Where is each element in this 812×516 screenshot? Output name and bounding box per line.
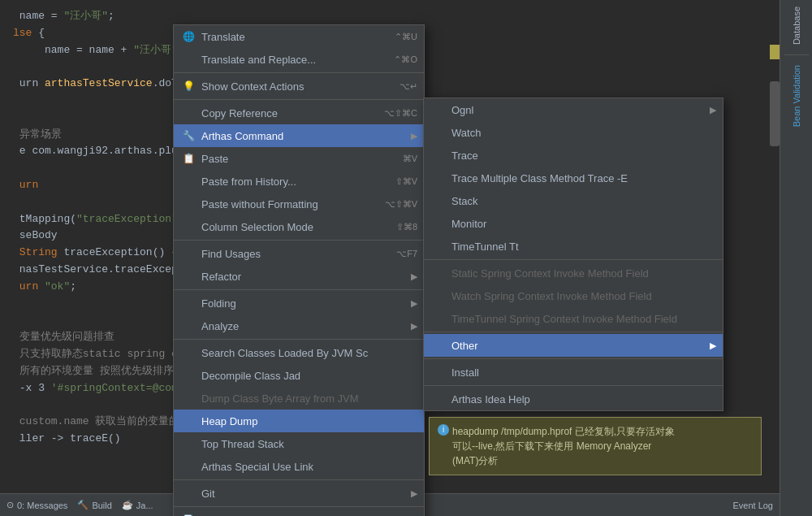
- submenu-label-install: Install: [451, 366, 716, 379]
- menu-item-paste-no-format[interactable]: Paste without Formatting ⌥⇧⌘V: [174, 193, 424, 215]
- submenu-item-watch[interactable]: Watch: [424, 121, 723, 144]
- menu-shortcut-translate: ⌃⌘U: [395, 32, 417, 42]
- menu-item-git[interactable]: Git ▶: [174, 482, 424, 505]
- column-mode-icon: [180, 219, 197, 235]
- menu-label-column-mode: Column Selection Mode: [201, 221, 390, 233]
- sidebar-database-label[interactable]: Database: [790, 0, 803, 51]
- dump-class-icon: [180, 390, 197, 406]
- submenu-item-timetunnel-spring: TimeTunnel Spring Context Invoke Method …: [424, 307, 723, 330]
- ognl-arrow-icon: ▶: [710, 105, 716, 115]
- submenu-item-install[interactable]: Install: [424, 361, 723, 384]
- submenu-label-watch-spring: Watch Spring Context Invoke Method Field: [451, 290, 716, 302]
- submenu-item-monitor[interactable]: Monitor: [424, 212, 723, 235]
- decompile-icon: [180, 367, 197, 384]
- paste-no-format-icon: [180, 196, 197, 212]
- submenu-separator-3: [424, 358, 723, 359]
- menu-label-analyze: Analyze: [201, 320, 408, 332]
- menu-item-refactor[interactable]: Refactor ▶: [174, 265, 424, 288]
- menu-item-find-usages[interactable]: Find Usages ⌥F7: [174, 242, 424, 265]
- menu-shortcut-copy-reference: ⌥⇧⌘C: [384, 108, 417, 119]
- refactor-icon: [180, 268, 197, 284]
- menu-item-top-thread[interactable]: Top Thread Stack: [174, 432, 424, 455]
- menu-label-translate: Translate: [201, 31, 388, 43]
- menu-label-decompile: Decompile Class Jad: [201, 370, 417, 382]
- menu-item-column-mode[interactable]: Column Selection Mode ⇧⌘8: [174, 215, 424, 238]
- install-icon: [430, 364, 447, 380]
- menu-label-arthas: Arthas Command: [201, 130, 408, 142]
- info-line-3: (MAT)分析: [452, 455, 498, 466]
- menu-label-search-classes: Search Classes Loaded By JVM Sc: [201, 347, 417, 359]
- menu-separator-4: [174, 289, 424, 290]
- submenu-label-arthas-help: Arthas Idea Help: [451, 393, 716, 405]
- menu-label-show-context: Show Context Actions: [201, 80, 393, 93]
- menu-item-paste[interactable]: 📋 Paste ⌘V: [174, 147, 424, 170]
- submenu-label-timetunnel-spring: TimeTunnel Spring Context Invoke Method …: [451, 313, 716, 325]
- other-arrow-icon: ▶: [710, 340, 716, 351]
- git-icon: [180, 485, 197, 501]
- submenu-item-other[interactable]: Other ▶: [424, 334, 723, 357]
- menu-item-translate-replace[interactable]: Translate and Replace... ⌃⌘O: [174, 48, 424, 71]
- info-box: i heapdump /tmp/dump.hprof 已经复制,只要存活对象 可…: [429, 417, 762, 475]
- menu-shortcut-column-mode: ⇧⌘8: [396, 222, 417, 232]
- refactor-arrow-icon: ▶: [411, 271, 417, 282]
- submenu-label-stack: Stack: [451, 195, 716, 207]
- submenu-label-static-spring: Static Spring Context Invoke Method Fiel…: [451, 267, 716, 280]
- menu-shortcut-translate-replace: ⌃⌘O: [394, 54, 417, 65]
- submenu-item-trace[interactable]: Trace: [424, 144, 723, 167]
- ognl-icon: [430, 102, 447, 118]
- submenu-item-ognl[interactable]: Ognl ▶: [424, 98, 723, 121]
- context-menu: 🌐 Translate ⌃⌘U Translate and Replace...…: [173, 24, 425, 516]
- menu-label-translate-replace: Translate and Replace...: [201, 54, 387, 66]
- submenu-item-arthas-help[interactable]: Arthas Idea Help: [424, 388, 723, 410]
- menu-separator-1: [174, 72, 424, 73]
- submenu-separator-4: [424, 385, 723, 386]
- analyze-icon: [180, 318, 197, 334]
- menu-item-decompile[interactable]: Decompile Class Jad: [174, 364, 424, 387]
- menu-label-paste: Paste: [201, 153, 396, 165]
- menu-item-compare-clipboard[interactable]: 📄 Compare with Clipboard: [174, 509, 424, 516]
- menu-item-paste-history[interactable]: Paste from History... ⇧⌘V: [174, 170, 424, 193]
- submenu-item-trace-multi[interactable]: Trace Multiple Class Method Trace -E: [424, 167, 723, 189]
- copy-reference-icon: [180, 105, 197, 121]
- info-line-2: 可以--live,然后下载下来使用 Memory Analyzer: [452, 440, 651, 452]
- menu-item-arthas[interactable]: 🔧 Arthas Command ▶: [174, 124, 424, 147]
- submenu-label-trace: Trace: [451, 150, 716, 162]
- menu-item-copy-reference[interactable]: Copy Reference ⌥⇧⌘C: [174, 102, 424, 124]
- submenu-item-timetunnel[interactable]: TimeTunnel Tt: [424, 235, 723, 258]
- menu-item-arthas-special[interactable]: Arthas Special Use Link: [174, 455, 424, 478]
- menu-item-translate[interactable]: 🌐 Translate ⌃⌘U: [174, 25, 424, 48]
- menu-item-folding[interactable]: Folding ▶: [174, 292, 424, 314]
- submenu-label-timetunnel: TimeTunnel Tt: [451, 241, 716, 253]
- menu-label-paste-no-format: Paste without Formatting: [201, 198, 378, 210]
- lightbulb-icon: 💡: [180, 78, 197, 94]
- info-box-content: i heapdump /tmp/dump.hprof 已经复制,只要存活对象 可…: [438, 424, 753, 468]
- sidebar-bean-validation-label[interactable]: Bean Validation: [790, 59, 803, 133]
- timetunnel-icon: [430, 238, 447, 254]
- menu-label-folding: Folding: [201, 297, 408, 310]
- submenu-item-watch-spring: Watch Spring Context Invoke Method Field: [424, 284, 723, 307]
- folding-arrow-icon: ▶: [411, 298, 417, 309]
- submenu-item-stack[interactable]: Stack: [424, 189, 723, 212]
- folding-icon: [180, 295, 197, 311]
- menu-item-analyze[interactable]: Analyze ▶: [174, 314, 424, 337]
- git-arrow-icon: ▶: [411, 488, 417, 499]
- menu-label-dump-class: Dump Class Byte Array from JVM: [201, 392, 417, 405]
- menu-item-show-context[interactable]: 💡 Show Context Actions ⌥↵: [174, 75, 424, 98]
- paste-icon: 📋: [180, 150, 197, 167]
- menu-shortcut-paste: ⌘V: [403, 154, 417, 164]
- submenu-separator-1: [424, 259, 723, 260]
- menu-separator-7: [174, 506, 424, 507]
- watch-spring-icon: [430, 288, 447, 304]
- menu-label-arthas-special: Arthas Special Use Link: [201, 461, 417, 473]
- menu-separator-5: [174, 339, 424, 340]
- find-usages-icon: [180, 245, 197, 262]
- monitor-icon: [430, 215, 447, 232]
- menu-item-heap-dump[interactable]: Heap Dump: [174, 410, 424, 432]
- menu-separator-2: [174, 99, 424, 100]
- other-icon: [430, 337, 447, 353]
- translate-replace-icon: [180, 51, 197, 67]
- arthas-submenu: Ognl ▶ Watch Trace Trace Multiple Class …: [423, 98, 723, 411]
- menu-item-search-classes[interactable]: Search Classes Loaded By JVM Sc: [174, 341, 424, 364]
- menu-shortcut-paste-no-format: ⌥⇧⌘V: [385, 199, 417, 210]
- submenu-label-ognl: Ognl: [451, 104, 706, 116]
